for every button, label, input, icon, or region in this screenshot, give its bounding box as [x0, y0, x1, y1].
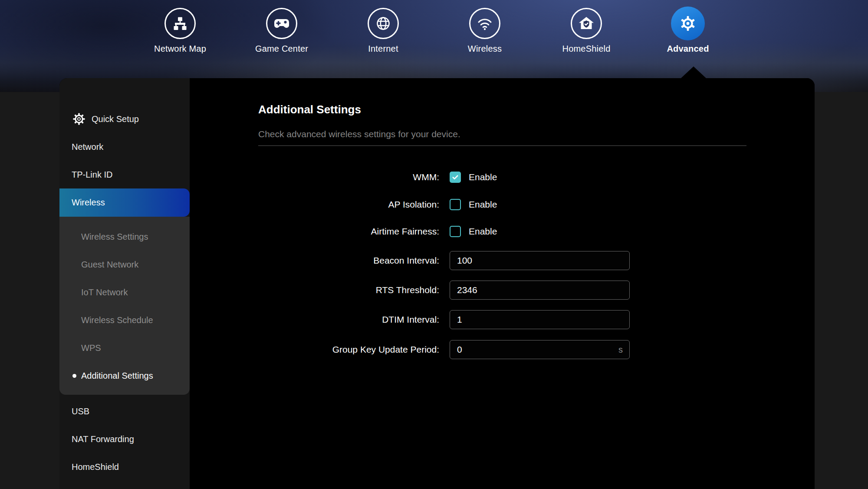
sidebar-item-label: Guest Network: [81, 260, 138, 270]
active-item-bullet: [72, 374, 76, 378]
globe-icon: [368, 8, 399, 39]
sidebar-item-quick-setup[interactable]: Quick Setup: [59, 105, 190, 133]
field-label: Beacon Interval:: [190, 255, 439, 266]
rts-threshold-input[interactable]: [450, 281, 630, 300]
checkmark-icon: [451, 173, 459, 181]
sidebar-subitem-additional-settings[interactable]: Additional Settings: [59, 362, 190, 390]
nav-label: Game Center: [255, 44, 308, 54]
sidebar-item-label: HomeShield: [72, 462, 119, 472]
sidebar: Quick Setup Network TP-Link ID Wireless …: [59, 78, 190, 489]
dtim-interval-input[interactable]: [450, 310, 630, 329]
nav-label: Wireless: [468, 44, 502, 54]
sidebar-subitem-wireless-schedule[interactable]: Wireless Schedule: [59, 306, 190, 334]
field-label: RTS Threshold:: [190, 285, 439, 295]
nav-item-network-map[interactable]: Network Map: [129, 8, 231, 54]
gear-icon: [72, 112, 86, 126]
nav-label: Advanced: [667, 44, 709, 54]
sidebar-item-label: TP-Link ID: [72, 170, 112, 180]
form-row-wmm: WMM: Enable: [190, 168, 815, 187]
form-row-ap-isolation: AP Isolation: Enable: [190, 195, 815, 214]
sidebar-item-label: Wireless Settings: [81, 232, 148, 242]
sidebar-subitem-guest-network[interactable]: Guest Network: [59, 251, 190, 278]
form-row-airtime-fairness: Airtime Fairness: Enable: [190, 222, 815, 241]
form-row-group-key-update-period: Group Key Update Period: s: [190, 340, 815, 359]
wmm-enable-checkbox[interactable]: [450, 172, 461, 183]
sidebar-item-label: Wireless Schedule: [81, 315, 153, 325]
field-label: DTIM Interval:: [190, 314, 439, 325]
sidebar-item-label: Additional Settings: [81, 371, 153, 381]
page-title: Additional Settings: [258, 103, 361, 116]
beacon-interval-input[interactable]: [450, 251, 630, 270]
field-label: Airtime Fairness:: [190, 226, 439, 237]
sidebar-item-label: IoT Network: [81, 287, 128, 297]
sidebar-item-nat-forwarding[interactable]: NAT Forwarding: [59, 425, 190, 453]
field-label: WMM:: [190, 172, 439, 182]
sidebar-item-label: Network: [72, 142, 103, 152]
sidebar-item-tplink-id[interactable]: TP-Link ID: [59, 161, 190, 188]
sidebar-item-label: WPS: [81, 343, 101, 353]
nav-item-homeshield[interactable]: HomeShield: [536, 8, 637, 54]
ap-isolation-enable-checkbox[interactable]: [450, 199, 461, 210]
router-admin-screen: Network Map Game Center Internet: [0, 0, 868, 489]
page-subtitle: Check advanced wireless settings for you…: [258, 129, 460, 139]
wireless-submenu: Wireless Settings Guest Network IoT Netw…: [59, 217, 190, 395]
sidebar-item-label: USB: [72, 406, 89, 416]
gamepad-icon: [266, 8, 297, 39]
sidebar-item-label: NAT Forwarding: [72, 434, 134, 444]
sidebar-item-label: Wireless: [72, 198, 105, 208]
checkbox-option-label: Enable: [469, 226, 497, 237]
wifi-icon: [469, 8, 500, 39]
sidebar-subitem-iot-network[interactable]: IoT Network: [59, 278, 190, 306]
form-row-rts-threshold: RTS Threshold:: [190, 281, 815, 300]
advanced-caret: [681, 66, 707, 79]
top-nav: Network Map Game Center Internet: [0, 8, 868, 54]
content-panel: Quick Setup Network TP-Link ID Wireless …: [59, 78, 815, 489]
sidebar-item-wireless[interactable]: Wireless: [59, 188, 190, 217]
nav-item-internet[interactable]: Internet: [332, 8, 434, 54]
nav-item-advanced[interactable]: Advanced: [637, 8, 739, 54]
field-label: AP Isolation:: [190, 199, 439, 210]
sidebar-item-network[interactable]: Network: [59, 133, 190, 161]
nav-item-game-center[interactable]: Game Center: [231, 8, 332, 54]
airtime-fairness-enable-checkbox[interactable]: [450, 226, 461, 237]
sidebar-subitem-wireless-settings[interactable]: Wireless Settings: [59, 223, 190, 251]
main-content: Additional Settings Check advanced wirel…: [190, 78, 815, 489]
checkbox-option-label: Enable: [469, 172, 497, 182]
section-divider: [258, 145, 746, 146]
gear-icon: [671, 7, 705, 40]
home-shield-icon: [571, 8, 602, 39]
form-row-beacon-interval: Beacon Interval:: [190, 251, 815, 270]
nav-label: Internet: [368, 44, 398, 54]
sidebar-subitem-wps[interactable]: WPS: [59, 334, 190, 362]
nav-label: Network Map: [154, 44, 206, 54]
checkbox-option-label: Enable: [469, 199, 497, 210]
sidebar-item-homeshield[interactable]: HomeShield: [59, 453, 190, 481]
network-map-icon: [164, 8, 196, 39]
group-key-update-period-input[interactable]: [450, 340, 630, 359]
field-label: Group Key Update Period:: [190, 344, 439, 355]
nav-label: HomeShield: [562, 44, 611, 54]
sidebar-item-usb[interactable]: USB: [59, 397, 190, 425]
form-row-dtim-interval: DTIM Interval:: [190, 310, 815, 329]
nav-item-wireless[interactable]: Wireless: [434, 8, 536, 54]
sidebar-item-label: Quick Setup: [92, 114, 139, 124]
